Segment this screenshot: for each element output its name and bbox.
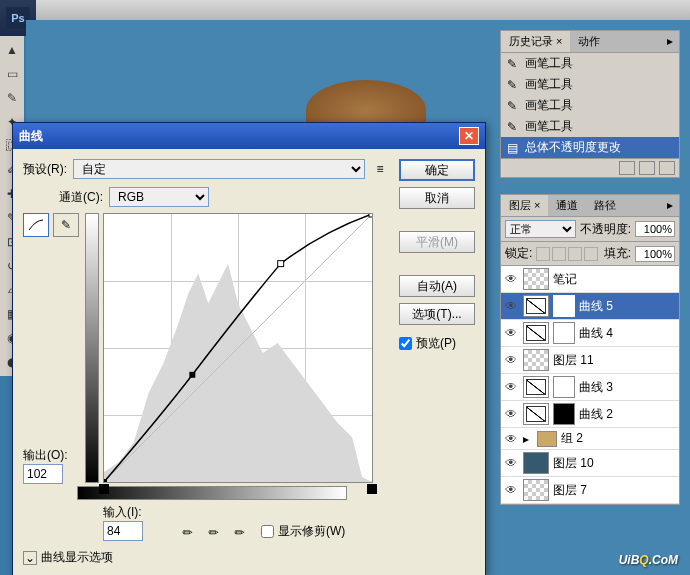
channel-label: 通道(C):: [59, 189, 103, 206]
history-item[interactable]: ✎画笔工具: [501, 95, 679, 116]
show-clipping-checkbox[interactable]: 显示修剪(W): [261, 523, 345, 540]
new-state-button[interactable]: [639, 161, 655, 175]
eye-icon[interactable]: 👁: [503, 379, 519, 395]
layer-name: 图层 10: [553, 455, 594, 472]
move-tool-icon[interactable]: ▲: [1, 39, 23, 61]
preset-menu-icon[interactable]: ≡: [371, 160, 389, 178]
curve-options-row[interactable]: ⌄ 曲线显示选项: [23, 549, 389, 566]
curve-area: [85, 213, 373, 484]
output-label: 输出(O):: [23, 447, 68, 464]
output-input[interactable]: [23, 464, 63, 484]
tab-paths[interactable]: 路径: [586, 195, 624, 216]
layer-name: 图层 11: [553, 352, 594, 369]
tab-actions[interactable]: 动作: [570, 31, 608, 52]
lock-label: 锁定:: [505, 245, 532, 262]
lock-pixels-icon[interactable]: [552, 247, 566, 261]
svg-rect-1: [104, 479, 107, 482]
history-item-label: 画笔工具: [525, 76, 573, 93]
panel-menu-icon[interactable]: ▸: [661, 31, 679, 52]
tab-channels[interactable]: 通道: [548, 195, 586, 216]
lock-transparent-icon[interactable]: [536, 247, 550, 261]
lock-position-icon[interactable]: [568, 247, 582, 261]
channel-select[interactable]: RGB: [109, 187, 209, 207]
curve-point-tool[interactable]: [23, 213, 49, 237]
layers-panel-tabs: 图层 × 通道 路径 ▸: [501, 195, 679, 217]
layer-thumb: [523, 479, 549, 501]
tab-history[interactable]: 历史记录 ×: [501, 31, 570, 52]
eye-icon[interactable]: 👁: [503, 325, 519, 341]
eyedropper-black-icon[interactable]: ✎: [179, 518, 204, 543]
brush-icon: ✎: [505, 99, 519, 113]
expand-arrow-icon[interactable]: ▸: [523, 432, 533, 446]
channel-row: 通道(C): RGB: [59, 187, 389, 207]
layer-item[interactable]: 👁曲线 4: [501, 320, 679, 347]
smooth-button: 平滑(M): [399, 231, 475, 253]
history-item[interactable]: ✎画笔工具: [501, 53, 679, 74]
history-item-label: 总体不透明度更改: [525, 139, 621, 156]
curve-graph[interactable]: [103, 213, 373, 483]
eye-icon[interactable]: 👁: [503, 431, 519, 447]
history-item[interactable]: ✎画笔工具: [501, 74, 679, 95]
brush-icon: ✎: [505, 78, 519, 92]
history-item-label: 画笔工具: [525, 97, 573, 114]
mask-thumb: [553, 295, 575, 317]
watermark: UiBQ.CoM: [619, 548, 678, 569]
marquee-tool-icon[interactable]: ▭: [1, 63, 23, 85]
input-input[interactable]: [103, 521, 143, 541]
history-item-label: 画笔工具: [525, 118, 573, 135]
cancel-button[interactable]: 取消: [399, 187, 475, 209]
dialog-titlebar[interactable]: 曲线 ✕: [13, 123, 485, 149]
auto-button[interactable]: 自动(A): [399, 275, 475, 297]
mask-thumb: [553, 376, 575, 398]
layer-name: 曲线 3: [579, 379, 613, 396]
preset-row: 预设(R): 自定 ≡: [23, 159, 389, 179]
lock-all-icon[interactable]: [584, 247, 598, 261]
layer-item[interactable]: 👁图层 7: [501, 477, 679, 504]
new-snapshot-button[interactable]: [619, 161, 635, 175]
eye-icon[interactable]: 👁: [503, 298, 519, 314]
eye-icon[interactable]: 👁: [503, 352, 519, 368]
tab-layers[interactable]: 图层 ×: [501, 195, 548, 216]
panel-menu-icon[interactable]: ▸: [661, 195, 679, 216]
eyedropper-gray-icon[interactable]: ✎: [205, 518, 230, 543]
layer-name: 组 2: [561, 430, 583, 447]
black-point-slider[interactable]: [99, 484, 109, 494]
history-item[interactable]: ✎画笔工具: [501, 116, 679, 137]
history-item[interactable]: ▤总体不透明度更改: [501, 137, 679, 158]
layer-item[interactable]: 👁笔记: [501, 266, 679, 293]
opacity-label: 不透明度:: [580, 221, 631, 238]
blend-mode-select[interactable]: 正常: [505, 220, 576, 238]
options-button[interactable]: 选项(T)...: [399, 303, 475, 325]
layer-item[interactable]: 👁曲线 5: [501, 293, 679, 320]
layer-item[interactable]: 👁曲线 2: [501, 401, 679, 428]
layer-item[interactable]: 👁图层 10: [501, 450, 679, 477]
eye-icon[interactable]: 👁: [503, 482, 519, 498]
curve-tools: ✎: [23, 213, 79, 237]
eye-icon[interactable]: 👁: [503, 455, 519, 471]
preview-label: 预览(P): [416, 335, 456, 352]
delete-button[interactable]: [659, 161, 675, 175]
white-point-slider[interactable]: [367, 484, 377, 494]
curve-line: [104, 214, 372, 482]
preview-checkbox[interactable]: 预览(P): [399, 335, 475, 352]
eye-icon[interactable]: 👁: [503, 406, 519, 422]
layer-item[interactable]: 👁图层 11: [501, 347, 679, 374]
layer-item[interactable]: 👁曲线 3: [501, 374, 679, 401]
layers-blend-row: 正常 不透明度:: [501, 217, 679, 242]
close-button[interactable]: ✕: [459, 127, 479, 145]
input-label: 输入(I):: [103, 504, 142, 521]
brush-icon: ✎: [505, 57, 519, 71]
ok-button[interactable]: 确定: [399, 159, 475, 181]
expand-arrow-icon[interactable]: ⌄: [23, 551, 37, 565]
opacity-input[interactable]: [635, 221, 675, 237]
lasso-tool-icon[interactable]: ✎: [1, 87, 23, 109]
fill-input[interactable]: [635, 246, 675, 262]
curves-dialog: 曲线 ✕ 预设(R): 自定 ≡ 通道(C): RGB ✎: [12, 122, 486, 575]
output-gradient: [85, 213, 99, 483]
layer-item[interactable]: 👁▸组 2: [501, 428, 679, 450]
preset-select[interactable]: 自定: [73, 159, 365, 179]
eye-icon[interactable]: 👁: [503, 271, 519, 287]
eyedropper-white-icon[interactable]: ✎: [231, 518, 256, 543]
curve-pencil-tool[interactable]: ✎: [53, 213, 79, 237]
output-row: 输出(O):: [23, 447, 79, 464]
